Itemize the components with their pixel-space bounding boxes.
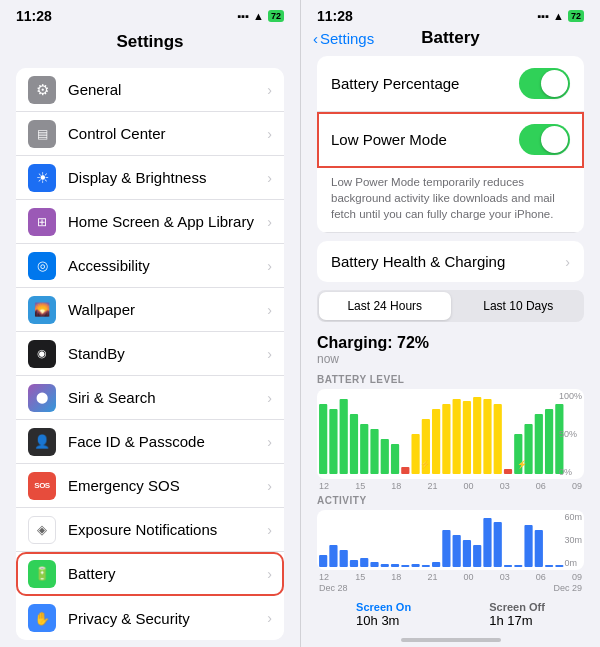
svg-rect-26 bbox=[319, 555, 327, 567]
low-power-mode-toggle[interactable] bbox=[519, 124, 570, 155]
activity-label-0m: 0m bbox=[564, 558, 582, 568]
svg-rect-48 bbox=[545, 565, 553, 567]
activity-labels-bottom: 12 15 18 21 00 03 06 09 bbox=[317, 572, 584, 582]
settings-item-control-center[interactable]: ▤ Control Center › bbox=[16, 112, 284, 156]
svg-rect-43 bbox=[494, 522, 502, 567]
tab-10d-label: Last 10 Days bbox=[483, 299, 553, 313]
svg-rect-6 bbox=[381, 439, 389, 474]
sos-chevron: › bbox=[267, 478, 272, 494]
privacy-icon: ✋ bbox=[28, 604, 56, 632]
battery-health-label: Battery Health & Charging bbox=[331, 253, 565, 270]
settings-list: ⚙ General › ▤ Control Center › ☀ Display… bbox=[0, 60, 300, 647]
svg-text:⚡: ⚡ bbox=[517, 459, 528, 470]
tab-24h[interactable]: Last 24 Hours bbox=[319, 292, 451, 320]
svg-rect-40 bbox=[463, 540, 471, 567]
battery-label: Battery bbox=[68, 565, 267, 582]
battery-health-row[interactable]: Battery Health & Charging › bbox=[317, 241, 584, 282]
svg-text:⚡: ⚡ bbox=[420, 459, 431, 470]
exposure-label: Exposure Notifications bbox=[68, 521, 267, 538]
left-panel-title: Settings bbox=[0, 28, 300, 60]
low-power-mode-label: Low Power Mode bbox=[331, 131, 519, 148]
svg-rect-14 bbox=[463, 401, 471, 474]
svg-rect-31 bbox=[370, 562, 378, 567]
svg-rect-35 bbox=[411, 564, 419, 567]
svg-rect-49 bbox=[555, 565, 563, 567]
svg-rect-29 bbox=[350, 560, 358, 567]
low-power-mode-row[interactable]: Low Power Mode bbox=[317, 112, 584, 168]
activity-label-60m: 60m bbox=[564, 512, 582, 522]
chart-label-50: 50% bbox=[559, 429, 582, 439]
settings-item-standby[interactable]: ◉ StandBy › bbox=[16, 332, 284, 376]
activity-title: ACTIVITY bbox=[317, 495, 584, 506]
svg-rect-41 bbox=[473, 545, 481, 567]
wallpaper-icon: 🌄 bbox=[28, 296, 56, 324]
svg-rect-22 bbox=[545, 409, 553, 474]
svg-rect-33 bbox=[391, 564, 399, 567]
back-button[interactable]: ‹ Settings bbox=[313, 30, 374, 47]
screen-stats: Screen On 10h 3m Screen Off 1h 17m bbox=[301, 597, 600, 628]
settings-item-privacy[interactable]: ✋ Privacy & Security › bbox=[16, 596, 284, 640]
svg-rect-17 bbox=[494, 404, 502, 474]
right-status-icons: ▪▪▪ ▲ 72 bbox=[537, 10, 584, 22]
settings-item-general[interactable]: ⚙ General › bbox=[16, 68, 284, 112]
battery-toggles-section: Battery Percentage Low Power Mode Low Po… bbox=[317, 56, 584, 233]
time-selector[interactable]: Last 24 Hours Last 10 Days bbox=[317, 290, 584, 322]
back-chevron-icon: ‹ bbox=[313, 30, 318, 47]
faceid-chevron: › bbox=[267, 434, 272, 450]
right-battery-icon: 72 bbox=[568, 10, 584, 22]
settings-item-accessibility[interactable]: ◎ Accessibility › bbox=[16, 244, 284, 288]
right-panel-title: Battery bbox=[421, 28, 480, 48]
svg-rect-36 bbox=[422, 565, 430, 567]
svg-rect-30 bbox=[360, 558, 368, 567]
svg-rect-8 bbox=[401, 467, 409, 474]
general-chevron: › bbox=[267, 82, 272, 98]
charging-info: Charging: 72% now bbox=[301, 330, 600, 368]
control-center-chevron: › bbox=[267, 126, 272, 142]
display-icon: ☀ bbox=[28, 164, 56, 192]
settings-item-homescreen[interactable]: ⊞ Home Screen & App Library › bbox=[16, 200, 284, 244]
screen-on-label: Screen On bbox=[356, 601, 411, 613]
control-center-label: Control Center bbox=[68, 125, 267, 142]
chart-label-100: 100% bbox=[559, 391, 582, 401]
svg-rect-13 bbox=[453, 399, 461, 474]
settings-item-wallpaper[interactable]: 🌄 Wallpaper › bbox=[16, 288, 284, 332]
accessibility-label: Accessibility bbox=[68, 257, 267, 274]
activity-label-30m: 30m bbox=[564, 535, 582, 545]
svg-rect-2 bbox=[340, 399, 348, 474]
settings-item-display[interactable]: ☀ Display & Brightness › bbox=[16, 156, 284, 200]
settings-item-battery[interactable]: 🔋 Battery › bbox=[16, 552, 284, 596]
settings-item-sos[interactable]: SOS Emergency SOS › bbox=[16, 464, 284, 508]
screen-off-label: Screen Off bbox=[489, 601, 545, 613]
screen-off-value: 1h 17m bbox=[489, 613, 545, 628]
accessibility-icon: ◎ bbox=[28, 252, 56, 280]
svg-rect-47 bbox=[535, 530, 543, 567]
charging-sub: now bbox=[317, 352, 584, 366]
battery-percentage-row[interactable]: Battery Percentage bbox=[317, 56, 584, 112]
homescreen-chevron: › bbox=[267, 214, 272, 230]
settings-item-exposure[interactable]: ◈ Exposure Notifications › bbox=[16, 508, 284, 552]
svg-rect-28 bbox=[340, 550, 348, 567]
charging-title: Charging: 72% bbox=[317, 334, 584, 352]
settings-item-siri[interactable]: ⬤ Siri & Search › bbox=[16, 376, 284, 420]
tab-10d[interactable]: Last 10 Days bbox=[453, 290, 585, 322]
settings-item-faceid[interactable]: 👤 Face ID & Passcode › bbox=[16, 420, 284, 464]
svg-rect-1 bbox=[329, 409, 337, 474]
activity-chart: 60m 30m 0m bbox=[317, 510, 584, 570]
svg-rect-3 bbox=[350, 414, 358, 474]
chart-labels-right: 100% 50% 0% bbox=[559, 389, 582, 479]
exposure-chevron: › bbox=[267, 522, 272, 538]
display-label: Display & Brightness bbox=[68, 169, 267, 186]
left-time: 11:28 bbox=[16, 8, 52, 24]
activity-section: ACTIVITY bbox=[317, 495, 584, 593]
general-icon: ⚙ bbox=[28, 76, 56, 104]
battery-health-chevron: › bbox=[565, 254, 570, 270]
battery-percentage-toggle[interactable] bbox=[519, 68, 570, 99]
right-status-bar: 11:28 ▪▪▪ ▲ 72 bbox=[301, 0, 600, 28]
svg-rect-5 bbox=[370, 429, 378, 474]
chart-label-0: 0% bbox=[559, 467, 582, 477]
activity-labels-right: 60m 30m 0m bbox=[564, 510, 582, 570]
screen-on-stat: Screen On 10h 3m bbox=[356, 601, 411, 628]
svg-rect-12 bbox=[442, 404, 450, 474]
svg-rect-32 bbox=[381, 564, 389, 567]
activity-chart-svg bbox=[317, 510, 584, 570]
